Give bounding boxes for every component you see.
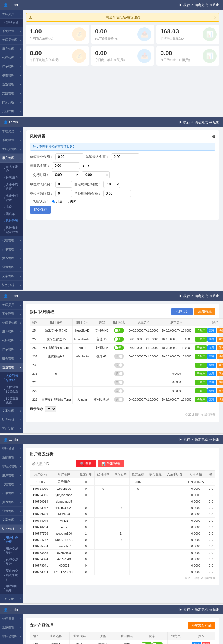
channel-action-禁用[interactable]: 禁用: [207, 371, 216, 376]
s3-confirm[interactable]: ✓ 确定完成: [191, 294, 208, 298]
logout-action[interactable]: ⇥ 退出: [209, 3, 219, 7]
setting-icon[interactable]: ⚙: [212, 134, 215, 139]
s2-sidebar-usermgmt[interactable]: 用户管理▾: [0, 154, 23, 163]
s4-sidebar-finance[interactable]: 财务分析▾: [0, 525, 23, 533]
sidebar-item-finance[interactable]: 财务分析›: [0, 98, 23, 107]
channel-action-禁用[interactable]: 禁用: [207, 345, 216, 350]
s3-logout[interactable]: ⇥ 退出: [209, 294, 219, 298]
submit-save-btn[interactable]: 提交保存: [30, 206, 51, 214]
channel-action-禁用[interactable]: 禁用: [207, 363, 216, 368]
channel-status-toggle[interactable]: 关: [114, 380, 124, 385]
channel-action-禁用[interactable]: 禁用: [207, 388, 216, 393]
s4-run[interactable]: ▶ 执行: [179, 438, 190, 442]
input-daily-total[interactable]: [52, 162, 80, 169]
channel-action-风控[interactable]: 风控: [217, 345, 223, 350]
s2-run-action[interactable]: ▶ 执行: [179, 120, 190, 124]
channel-status-toggle[interactable]: 关: [114, 371, 124, 376]
radio-on[interactable]: 开启: [52, 199, 63, 204]
add-product-btn[interactable]: 添加支付产品: [188, 622, 215, 629]
pp-status2-toggle[interactable]: 开: [152, 642, 163, 644]
s4-sidebar-ordermgmt[interactable]: 订单管理›: [0, 489, 23, 498]
s4-sub-user-finance[interactable]: 用户财务分析: [0, 534, 23, 545]
sidebar-item-usermgmt[interactable]: 用户管理›: [0, 45, 23, 53]
s2-sidebar-report[interactable]: 报表管理›: [0, 254, 23, 263]
s3-sidebar-channelmgmt[interactable]: 通道管理▾: [0, 363, 23, 372]
s4-sub-channel-trade[interactable]: 渠道的交易流水统计: [0, 567, 23, 583]
s5-sidebar-adminmgmt[interactable]: 管理员管理›: [0, 632, 23, 641]
channel-action-子账户[interactable]: 子账户: [195, 354, 207, 359]
radio-off[interactable]: 关闭: [66, 199, 77, 204]
input-unit-total-amt[interactable]: [103, 190, 131, 197]
s2-sub-risk-ctrl[interactable]: 风控设置: [0, 217, 23, 224]
channel-status-toggle[interactable]: 关: [114, 397, 124, 402]
sidebar-item-other[interactable]: 其他功能›: [0, 107, 23, 116]
s4-sidebar-usermgmt[interactable]: 用户管理›: [0, 471, 23, 480]
user-id-search-input[interactable]: [30, 461, 74, 467]
input-min-single[interactable]: [55, 153, 83, 160]
s2-sidebar-agent[interactable]: 代理管理›: [0, 236, 23, 245]
s3-run[interactable]: ▶ 执行: [179, 294, 190, 298]
s3-sidebar-finance[interactable]: 财务分析›: [0, 415, 23, 424]
s5-confirm[interactable]: ✓ 确定完成: [191, 608, 208, 612]
channel-action-子账户[interactable]: 子账户: [195, 328, 207, 333]
channel-action-子账户[interactable]: 子账户: [195, 380, 207, 385]
alert-close[interactable]: ×: [214, 15, 216, 20]
s4-logout[interactable]: ⇥ 退出: [209, 438, 219, 442]
daily-arrow-up[interactable]: ▲: [82, 164, 85, 167]
s3-sidebar-adminmgmt[interactable]: 管理员管理›: [0, 319, 23, 327]
s2-sub-whitelist[interactable]: 白名单用户: [0, 163, 23, 174]
s4-sidebar-other[interactable]: 其他功能›: [0, 594, 23, 603]
pp-action-删除[interactable]: 删除: [202, 642, 210, 644]
channel-action-子账户[interactable]: 子账户: [195, 337, 207, 342]
channel-status-toggle[interactable]: 开: [114, 345, 124, 350]
sidebar-item-reportmgmt[interactable]: 报表管理›: [0, 71, 23, 80]
s5-sidebar-admin[interactable]: 管理员员›: [0, 614, 23, 623]
channel-action-禁用[interactable]: 禁用: [207, 337, 216, 342]
s4-sidebar-reportmgmt[interactable]: 报表管理›: [0, 498, 23, 507]
s5-run[interactable]: ▶ 执行: [179, 608, 190, 612]
s5-logout[interactable]: ⇥ 退出: [209, 608, 219, 612]
risk-btn[interactable]: 风控买买: [171, 308, 193, 315]
export-btn[interactable]: 📊 导出报表: [98, 460, 124, 467]
add-channel-btn[interactable]: 添加总线: [194, 308, 215, 315]
s3-sidebar-other[interactable]: 其他功能›: [0, 424, 23, 433]
s3-sidebar-agentmgmt[interactable]: 代理管理›: [0, 336, 23, 345]
sidebar-item-admin[interactable]: 管理员员▾: [0, 10, 23, 19]
s5-sidebar-sysset[interactable]: 系统设置›: [0, 623, 23, 632]
s2-sub-blacklist[interactable]: 黑名单: [0, 210, 23, 217]
channel-action-风控[interactable]: 风控: [217, 337, 223, 342]
s4-sidebar-contentmgmt[interactable]: 文案管理›: [0, 516, 23, 525]
select-time-end[interactable]: 0:00: [82, 171, 110, 178]
s2-logout-action[interactable]: ⇥ 退出: [209, 120, 219, 124]
s5-sidebar-usermgmt[interactable]: 用户管理›: [0, 641, 23, 644]
channel-action-风控[interactable]: 风控: [217, 328, 223, 333]
channel-action-子账户[interactable]: 子账户: [195, 397, 207, 402]
channel-action-子账户[interactable]: 子账户: [195, 363, 207, 368]
channel-status-toggle[interactable]: 关: [114, 363, 124, 368]
s3-sidebar-admin[interactable]: 管理员员›: [0, 301, 23, 310]
channel-status-toggle[interactable]: 关: [114, 388, 124, 393]
page-size-select[interactable]: ▼: [45, 406, 56, 412]
s4-sub-user-trade[interactable]: 用户交易统计: [0, 545, 23, 556]
sidebar-item-agentmgmt[interactable]: 代理管理›: [0, 53, 23, 62]
channel-action-风控[interactable]: 风控: [217, 388, 223, 393]
run-action[interactable]: ▶ 执行: [179, 3, 190, 7]
channel-action-风控[interactable]: 风控: [217, 380, 223, 385]
channel-status-toggle[interactable]: 开: [114, 328, 124, 333]
s2-sidebar-admin[interactable]: 管理员员›: [0, 127, 23, 136]
s2-sidebar-sysset[interactable]: 系统设置›: [0, 136, 23, 145]
s2-sidebar-financeana[interactable]: 财务分析›: [0, 281, 23, 290]
s2-sub-risk-bind[interactable]: 风控绑定记录设置: [0, 224, 23, 236]
pp-action-编辑[interactable]: 编辑: [192, 642, 201, 644]
channel-status-toggle[interactable]: 开: [114, 337, 124, 342]
sidebar-item-channelmgmt[interactable]: 通道管理›: [0, 80, 23, 89]
sidebar-item-ordermgmt[interactable]: 订单管理›: [0, 62, 23, 71]
channel-action-子账户[interactable]: 子账户: [195, 345, 207, 350]
s2-sidebar-order[interactable]: 订单管理›: [0, 245, 23, 254]
channel-action-子账户[interactable]: 子账户: [195, 388, 207, 393]
channel-action-子账户[interactable]: 子账户: [195, 371, 207, 376]
search-btn[interactable]: 🔍 查看: [76, 460, 96, 467]
s3-sidebar-sysset[interactable]: 系统设置›: [0, 310, 23, 319]
channel-action-风控[interactable]: 风控: [217, 371, 223, 376]
confirm-action[interactable]: ✓ 确定完成: [191, 3, 208, 7]
